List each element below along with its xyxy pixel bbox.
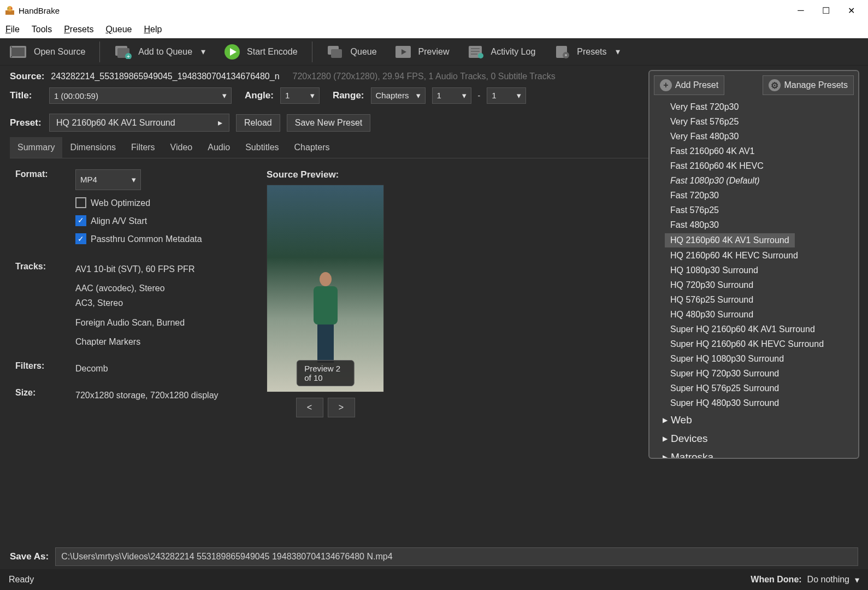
maximize-button[interactable]: ☐ [813,2,839,19]
source-name: 243282214_553189865949045_19483807041346… [51,72,279,81]
passthru-metadata-checkbox[interactable]: ✓Passthru Common Metadata [75,232,202,246]
menu-presets[interactable]: Presets [64,25,93,34]
size-label: Size: [15,388,75,398]
tab-video[interactable]: Video [163,137,200,158]
preset-item[interactable]: Fast 720p30 [665,188,856,203]
preset-group[interactable]: ▶ Devices [657,429,856,448]
preset-group[interactable]: ▶ Matroska [657,448,856,458]
tab-filters[interactable]: Filters [123,137,163,158]
preset-item[interactable]: Very Fast 480p30 [665,129,856,144]
preview-content [306,272,345,365]
preset-item[interactable]: Fast 2160p60 4K HEVC [665,159,856,173]
angle-select[interactable]: 1▾ [280,87,320,104]
preview-button[interactable]: Preview [389,42,455,62]
minimize-button[interactable]: ─ [788,2,813,19]
preset-item[interactable]: Fast 1080p30 (Default) [665,174,856,188]
preset-item[interactable]: Very Fast 576p25 [665,115,856,129]
queue-button[interactable]: Queue [321,42,382,62]
plus-icon: + [660,79,672,91]
preset-item[interactable]: HQ 576p25 Surround [665,293,856,307]
menubar: File Tools Presets Queue Help [0,21,868,38]
start-encode-button[interactable]: Start Encode [217,42,303,62]
preset-item[interactable]: HQ 2160p60 4K HEVC Surround [665,249,856,263]
presets-toolbar-label: Presets [577,47,606,57]
filters-value: Decomb [75,361,108,376]
preset-group[interactable]: ▶ Web [657,411,856,429]
preset-list[interactable]: Very Fast 720p30Very Fast 576p25Very Fas… [649,99,858,458]
preset-item[interactable]: Super HQ 576p25 Surround [665,381,856,396]
tab-chapters[interactable]: Chapters [287,137,338,158]
menu-help[interactable]: Help [144,25,162,34]
add-to-queue-button[interactable]: + Add to Queue ▾ [109,42,211,62]
preset-select[interactable]: HQ 2160p60 4K AV1 Surround ▸ [49,114,229,132]
menu-queue[interactable]: Queue [105,25,132,34]
preset-label: Preset: [10,117,43,128]
preset-item[interactable]: Super HQ 720p30 Surround [665,367,856,381]
tab-audio[interactable]: Audio [200,137,238,158]
add-preset-button[interactable]: + Add Preset [654,75,724,95]
preview-prev-button[interactable]: < [296,398,323,417]
film-icon [10,44,28,60]
reload-button[interactable]: Reload [236,114,280,132]
toolbar-sep [99,42,100,62]
preset-item[interactable]: HQ 1080p30 Surround [665,263,856,278]
open-source-button[interactable]: Open Source [4,42,91,62]
range-from-select[interactable]: 1▾ [432,87,471,104]
save-as-input[interactable] [55,547,858,566]
preset-item[interactable]: Fast 480p30 [665,218,856,232]
preview-counter: Preview 2 of 10 [296,360,355,386]
preset-item[interactable]: Super HQ 2160p60 4K HEVC Surround [665,337,856,351]
when-done-value: Do nothing [807,575,849,585]
preview-next-button[interactable]: > [328,398,355,417]
presets-panel: + Add Preset ⚙ Manage Presets Very Fast … [648,70,859,459]
tab-summary[interactable]: Summary [10,137,62,158]
triangle-right-icon: ▶ [663,453,668,458]
angle-label: Angle: [245,90,274,101]
preset-item[interactable]: HQ 2160p60 4K AV1 Surround [665,233,795,247]
svg-point-3 [11,8,12,9]
svg-point-7 [11,56,12,57]
title-value: 1 (00:00:59) [54,91,98,101]
activity-log-button[interactable]: Activity Log [461,42,541,62]
presets-toolbar-button[interactable]: Presets ▾ [547,42,625,62]
save-new-preset-button[interactable]: Save New Preset [287,114,371,132]
range-type-select[interactable]: Chapters▾ [371,87,426,104]
preset-item[interactable]: HQ 720p30 Surround [665,278,856,292]
web-optimized-checkbox[interactable]: Web Optimized [75,196,202,210]
tab-dimensions[interactable]: Dimensions [62,137,123,158]
preset-item[interactable]: Super HQ 480p30 Surround [665,396,856,410]
when-done[interactable]: When Done: Do nothing ▾ [751,575,859,585]
svg-rect-5 [11,48,25,56]
chevron-down-icon: ▾ [855,575,859,585]
preset-item[interactable]: Very Fast 720p30 [665,100,856,114]
menu-tools[interactable]: Tools [32,25,52,34]
range-to-select[interactable]: 1▾ [487,87,526,104]
dropdown-icon: ▾ [201,46,205,57]
close-button[interactable]: ✕ [839,2,864,19]
svg-point-22 [478,53,483,58]
tracks-list: AV1 10-bit (SVT), 60 FPS PFR AAC (avcode… [75,262,194,349]
gear-icon: ⚙ [769,79,781,91]
title-select[interactable]: 1 (00:00:59)▾ [49,87,232,104]
activity-log-label: Activity Log [491,47,535,57]
triangle-right-icon: ▶ [663,435,668,442]
titlebar: HandBrake ─ ☐ ✕ [0,0,868,21]
preset-item[interactable]: HQ 480p30 Surround [665,308,856,322]
manage-presets-button[interactable]: ⚙ Manage Presets [763,75,854,95]
format-select[interactable]: MP4▾ [75,169,141,190]
preset-item[interactable]: Fast 2160p60 4K AV1 [665,144,856,158]
when-done-label: When Done: [751,575,801,585]
menu-file[interactable]: File [5,25,20,34]
tab-subtitles[interactable]: Subtitles [238,137,286,158]
format-label: Format: [15,169,75,179]
preset-item[interactable]: Super HQ 2160p60 4K AV1 Surround [665,322,856,337]
play-icon [223,44,241,60]
svg-point-2 [8,8,9,9]
align-av-checkbox[interactable]: ✓Align A/V Start [75,214,202,228]
title-label: Title: [10,90,43,101]
preset-item[interactable]: Fast 576p25 [665,203,856,217]
preview-image: Preview 2 of 10 [267,185,384,392]
preset-value: HQ 2160p60 4K AV1 Surround [56,118,175,128]
preview-icon [394,44,413,60]
preset-item[interactable]: Super HQ 1080p30 Surround [665,352,856,366]
